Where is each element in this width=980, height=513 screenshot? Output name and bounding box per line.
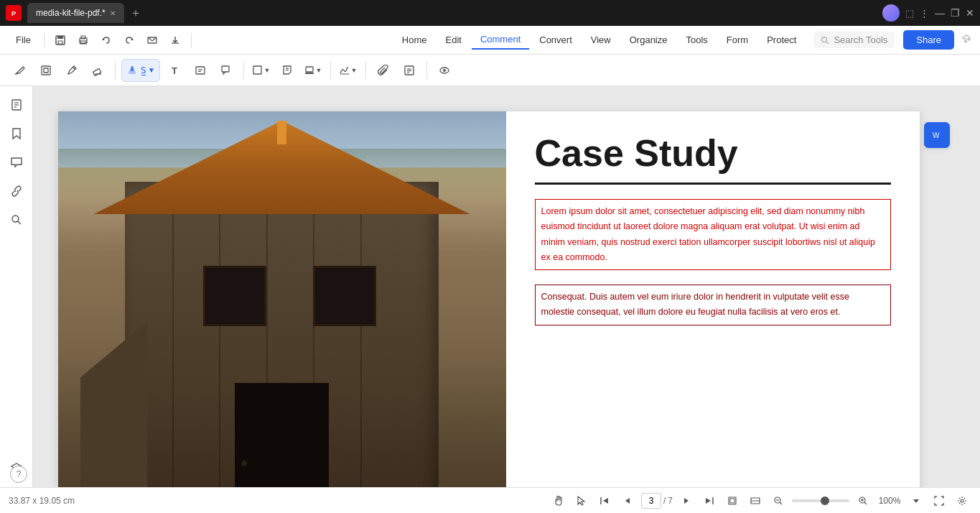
roof-ridge (277, 121, 286, 144)
text-tool-button[interactable]: T (163, 59, 186, 82)
undo-icon[interactable] (96, 30, 116, 50)
menu-comment[interactable]: Comment (472, 30, 529, 50)
menubar: File Home Edit Comment Convert View Orga… (0, 26, 980, 55)
menu-edit[interactable]: Edit (437, 31, 470, 49)
toolbar-divider-5 (426, 62, 427, 79)
lorem-text-1: Lorem ipsum dolor sit amet, consectetuer… (535, 199, 891, 270)
select-annotation-button[interactable] (34, 59, 57, 82)
tab-filename: media-kit-file-pdf.* (36, 8, 106, 18)
attach-file-button[interactable] (372, 59, 395, 82)
sidebar-comments-icon[interactable] (4, 149, 29, 175)
main-content: W Case Study Lorem ipsum dolor sit amet,… (33, 86, 980, 487)
menu-nav: Home Edit Comment Convert View Organize … (393, 30, 806, 50)
next-page-button[interactable] (677, 491, 696, 510)
stamp-button[interactable]: ▼ (302, 59, 325, 82)
sidebar-bookmarks-icon[interactable] (4, 121, 29, 147)
redo-icon[interactable] (119, 30, 139, 50)
pdf-image-area (58, 111, 506, 487)
pencil-tool-button[interactable] (60, 59, 83, 82)
menu-protect[interactable]: Protect (758, 31, 805, 49)
toolbar-divider-2 (243, 62, 244, 79)
first-page-button[interactable] (595, 491, 614, 510)
search-placeholder: Search Tools (834, 34, 887, 45)
sidebar-pages-icon[interactable] (4, 92, 29, 118)
window-left (203, 266, 266, 326)
note-button[interactable] (276, 59, 299, 82)
status-tools: / 7 100% (549, 491, 971, 510)
last-page-button[interactable] (700, 491, 719, 510)
signature-dropdown-icon[interactable]: ▼ (350, 67, 357, 74)
fit-width-button[interactable] (746, 491, 765, 510)
window-right (313, 266, 375, 326)
textbox-button[interactable] (189, 59, 212, 82)
lorem-paragraph-2: Consequat. Duis autem vel eum iriure dol… (535, 285, 891, 325)
menu-divider-2 (191, 33, 192, 47)
cursor-tool-button[interactable] (572, 491, 591, 510)
close-icon[interactable]: ✕ (966, 7, 974, 19)
zoom-slider[interactable] (792, 499, 849, 502)
shapes-button[interactable]: ▼ (250, 59, 273, 82)
cloud-icon[interactable] (960, 33, 971, 47)
active-tab[interactable]: media-kit-file-pdf.* ✕ (27, 3, 124, 23)
titlebar: P media-kit-file-pdf.* ✕ ＋ ⬚ ⋮ — ❐ ✕ (0, 0, 980, 26)
email-icon[interactable] (142, 30, 162, 50)
zoom-dropdown-button[interactable] (907, 491, 925, 510)
signature-button[interactable]: ▼ (337, 59, 360, 82)
settings-wheel-button[interactable] (953, 491, 971, 510)
highlight-dropdown-icon[interactable]: ▼ (148, 66, 155, 74)
markup-button[interactable] (398, 59, 421, 82)
menu-dots-icon[interactable]: ⋮ (920, 8, 929, 19)
avatar[interactable] (882, 4, 900, 22)
zoom-in-button[interactable] (854, 491, 872, 510)
svg-rect-17 (93, 68, 101, 75)
svg-rect-24 (222, 66, 229, 72)
shapes-dropdown-icon[interactable]: ▼ (263, 67, 270, 74)
zoom-out-button[interactable] (769, 491, 788, 510)
sidebar-links-icon[interactable] (4, 178, 29, 204)
pdf-text-area: W Case Study Lorem ipsum dolor sit amet,… (506, 111, 920, 487)
hand-tool-button[interactable] (549, 491, 568, 510)
print-icon[interactable] (73, 30, 93, 50)
menu-home[interactable]: Home (393, 31, 436, 49)
page-number-input[interactable] (641, 493, 661, 509)
left-sidebar (0, 86, 33, 487)
svg-marker-50 (684, 498, 689, 504)
download-icon[interactable] (165, 30, 185, 50)
menu-tools[interactable]: Tools (677, 31, 716, 49)
show-annotations-button[interactable] (433, 59, 456, 82)
titlebar-right: ⬚ ⋮ — ❐ ✕ (882, 4, 974, 22)
svg-line-12 (826, 42, 829, 44)
stamp-dropdown-icon[interactable]: ▼ (315, 67, 322, 74)
help-button[interactable]: ? (10, 466, 27, 483)
eraser-button[interactable] (86, 59, 109, 82)
menu-form[interactable]: Form (718, 31, 757, 49)
svg-text:P: P (11, 10, 16, 17)
sidebar-search-icon[interactable] (4, 207, 29, 233)
callout-button[interactable] (215, 59, 238, 82)
document-dimensions: 33.87 x 19.05 cm (9, 496, 75, 506)
fullscreen-button[interactable] (930, 491, 948, 510)
menu-convert[interactable]: Convert (531, 31, 581, 49)
highlight-tool-button[interactable]: S̲ ▼ (121, 59, 160, 82)
search-tools-box[interactable]: Search Tools (813, 32, 895, 48)
share-button[interactable]: Share (903, 30, 954, 50)
restore-icon[interactable]: ❐ (951, 7, 960, 19)
menu-view[interactable]: View (582, 31, 620, 49)
maximize-icon[interactable]: ⬚ (905, 8, 914, 19)
save-icon[interactable] (50, 30, 70, 50)
tab-close-icon[interactable]: ✕ (110, 9, 116, 17)
app-icon: P (6, 5, 22, 21)
minimize-icon[interactable]: — (935, 7, 945, 19)
menu-file[interactable]: File (9, 32, 38, 48)
draw-tool-button[interactable] (9, 59, 32, 82)
toolbar-divider-4 (365, 62, 366, 79)
add-tab-button[interactable]: ＋ (130, 6, 141, 21)
svg-rect-25 (253, 66, 261, 74)
float-translate-button[interactable]: W (924, 122, 950, 148)
fit-page-button[interactable] (723, 491, 742, 510)
svg-rect-21 (196, 67, 205, 74)
prev-page-button[interactable] (618, 491, 637, 510)
svg-marker-48 (603, 498, 608, 504)
menu-organize[interactable]: Organize (621, 31, 676, 49)
lean-to (80, 322, 148, 488)
